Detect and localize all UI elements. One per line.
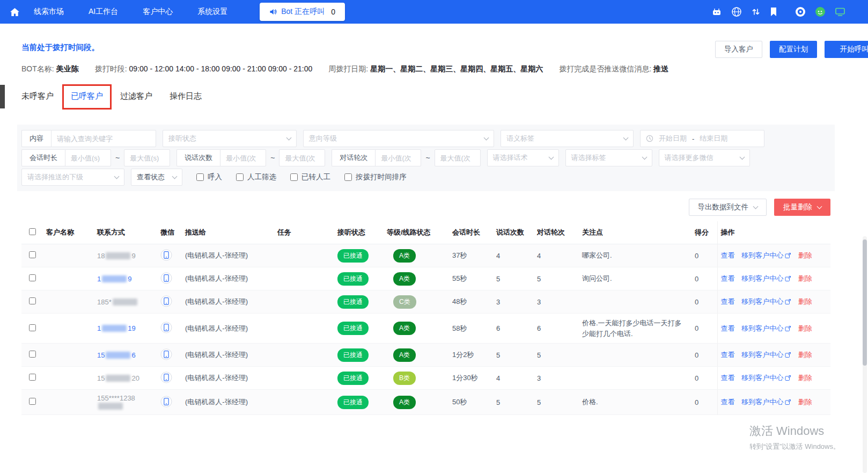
dial-period-info: 拨打时段:09:00 - 12:00 14:00 - 18:00 09:00 -… [95, 64, 313, 74]
nav-item-ai-workbench[interactable]: AI工作台 [89, 7, 118, 17]
keyword-input[interactable] [51, 130, 156, 147]
move-to-customer-center-link[interactable]: 移到客户中心 [741, 350, 791, 360]
bot-calling-button[interactable]: Bot 正在呼叫 0 [260, 3, 345, 21]
date-range-picker[interactable]: 开始日期 - 结束日期 [640, 130, 764, 147]
tab-called-customers[interactable]: 已呼客户 [71, 91, 103, 101]
export-data-button[interactable]: 导出数据到文件 [689, 199, 767, 216]
nav-item-system-settings[interactable]: 系统设置 [197, 7, 227, 17]
tab-operation-logs[interactable]: 操作日志 [170, 91, 202, 101]
manual-filter-checkbox[interactable] [236, 173, 244, 181]
level-badge: A类 [393, 348, 416, 362]
more-wechat-select[interactable]: 请选择更多微信 [659, 149, 750, 166]
focus-cell [579, 344, 692, 367]
transfer-arrows-icon[interactable] [751, 7, 761, 17]
home-icon[interactable] [10, 8, 20, 17]
move-to-customer-center-link[interactable]: 移到客户中心 [741, 373, 791, 383]
robot-icon[interactable] [711, 7, 722, 17]
delete-link[interactable]: 删除 [798, 373, 812, 383]
checkbox-sort-by-dial-time[interactable]: 按拨打时间排序 [344, 172, 407, 182]
import-customers-button[interactable]: 导入客户 [715, 41, 762, 58]
wechat-icon[interactable] [160, 272, 172, 284]
wechat-icon[interactable] [160, 322, 172, 333]
view-link[interactable]: 查看 [721, 324, 735, 333]
delete-link[interactable]: 删除 [798, 297, 812, 307]
score-cell: 0 [692, 267, 717, 290]
move-to-customer-center-link[interactable]: 移到客户中心 [741, 397, 791, 407]
delete-link[interactable]: 删除 [798, 251, 812, 260]
row-checkbox[interactable] [29, 398, 36, 405]
table-scrollbar-thumb[interactable] [863, 239, 867, 366]
session-max-input[interactable] [124, 149, 170, 166]
bookmark-icon[interactable] [770, 7, 777, 17]
push-subordinate-select[interactable]: 请选择推送的下级 [21, 169, 124, 186]
wechat-icon[interactable] [160, 249, 172, 261]
content-filter-group: 内容 [21, 130, 156, 147]
speak-count-cell: 5 [493, 344, 534, 367]
session-min-input[interactable] [65, 149, 111, 166]
speak-min-input[interactable] [220, 149, 266, 166]
delete-link[interactable]: 删除 [798, 274, 812, 283]
rounds-max-input[interactable] [435, 149, 481, 166]
rounds-min-input[interactable] [375, 149, 421, 166]
wechat-icon[interactable] [160, 396, 172, 407]
script-select[interactable]: 请选择话术 [487, 149, 559, 166]
table-row: 119 (电销机器人-张经理) 已接通 A类 58秒 6 6 价格.一天能打多少… [21, 314, 830, 344]
column-header-answer-status: 接听状态 [334, 221, 384, 244]
table-body: 189 (电销机器人-张经理) 已接通 A类 37秒 4 4 哪家公司. 0 查… [21, 244, 830, 415]
move-to-customer-center-link[interactable]: 移到客户中心 [741, 324, 791, 333]
delete-link[interactable]: 删除 [798, 350, 812, 360]
row-checkbox[interactable] [29, 274, 36, 281]
move-to-customer-center-link[interactable]: 移到客户中心 [741, 274, 791, 283]
task-cell [274, 267, 334, 290]
view-link[interactable]: 查看 [721, 297, 735, 307]
row-checkbox[interactable] [29, 251, 36, 258]
checkbox-inbound[interactable]: 呼入 [196, 172, 222, 182]
compass-icon[interactable] [795, 6, 806, 17]
checkbox-transferred[interactable]: 已转人工 [290, 172, 330, 182]
nav-item-lead-market[interactable]: 线索市场 [34, 7, 64, 17]
row-checkbox[interactable] [29, 374, 36, 381]
answer-status-select[interactable]: 接听状态 [163, 130, 297, 147]
tab-uncalled-customers[interactable]: 未呼客户 [21, 91, 54, 101]
end-date-placeholder: 结束日期 [700, 134, 727, 143]
tab-filtered-customers[interactable]: 过滤客户 [120, 91, 152, 101]
row-checkbox[interactable] [29, 351, 36, 358]
left-edge-panel[interactable] [0, 85, 5, 108]
view-link[interactable]: 查看 [721, 397, 735, 407]
row-checkbox[interactable] [29, 324, 36, 331]
start-call-button[interactable]: 开始呼叫 [825, 41, 868, 58]
wechat-status-icon[interactable] [815, 6, 826, 17]
row-checkbox[interactable] [29, 297, 36, 304]
push-to-cell: (电销机器人-张经理) [182, 367, 274, 390]
push-to-cell: (电销机器人-张经理) [182, 244, 274, 267]
select-all-checkbox[interactable] [29, 228, 36, 235]
view-status-select[interactable]: 查看状态 [131, 169, 182, 186]
chevron-down-icon [753, 204, 759, 209]
intent-level-select[interactable]: 意向等级 [303, 130, 494, 147]
duration-cell: 1分30秒 [449, 367, 493, 390]
customer-name-cell [43, 267, 94, 290]
configure-plan-button[interactable]: 配置计划 [770, 41, 817, 58]
delete-link[interactable]: 删除 [798, 397, 812, 407]
speak-max-input[interactable] [279, 149, 325, 166]
monitor-icon[interactable] [835, 7, 845, 17]
transferred-checkbox[interactable] [290, 173, 298, 181]
nav-item-customer-center[interactable]: 客户中心 [143, 7, 173, 17]
view-link[interactable]: 查看 [721, 274, 735, 283]
view-link[interactable]: 查看 [721, 350, 735, 360]
tag-select[interactable]: 请选择标签 [565, 149, 652, 166]
move-to-customer-center-link[interactable]: 移到客户中心 [741, 297, 791, 307]
wechat-icon[interactable] [160, 348, 172, 360]
semantic-tag-select[interactable]: 语义标签 [501, 130, 634, 147]
view-link[interactable]: 查看 [721, 251, 735, 260]
sort-by-dial-time-checkbox[interactable] [344, 173, 352, 181]
batch-delete-button[interactable]: 批量删除 [774, 199, 830, 216]
delete-link[interactable]: 删除 [798, 324, 812, 333]
globe-icon[interactable] [731, 6, 742, 17]
inbound-checkbox[interactable] [196, 173, 204, 181]
view-link[interactable]: 查看 [721, 373, 735, 383]
checkbox-manual-filter[interactable]: 人工筛选 [236, 172, 276, 182]
wechat-icon[interactable] [160, 295, 172, 307]
move-to-customer-center-link[interactable]: 移到客户中心 [741, 251, 791, 260]
wechat-icon[interactable] [160, 372, 172, 383]
